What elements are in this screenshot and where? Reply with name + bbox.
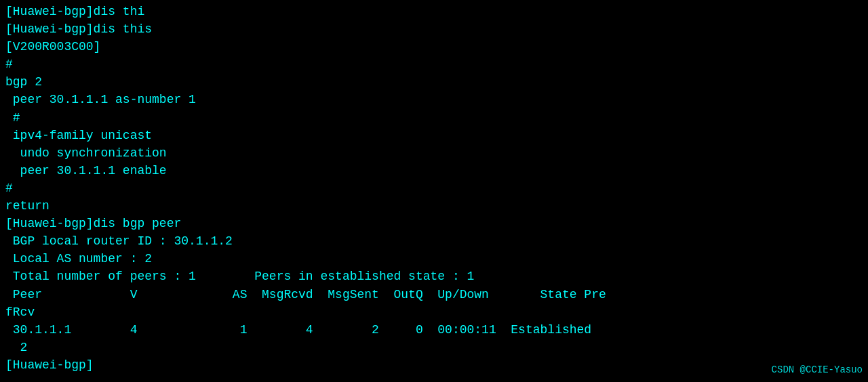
terminal-line: # (5, 56, 863, 73)
terminal-line: bgp 2 (5, 73, 863, 91)
terminal-line: peer 30.1.1.1 as-number 1 (5, 91, 863, 108)
terminal-line: BGP local router ID : 30.1.1.2 (5, 232, 863, 250)
terminal-line: # (5, 179, 863, 197)
terminal-line: return (5, 197, 863, 215)
watermark: CSDN @CCIE-Yasuo (772, 363, 863, 377)
terminal-line: undo synchronization (5, 144, 863, 162)
terminal-line: 2 (5, 339, 863, 356)
terminal-line: [Huawei-bgp]dis bgp peer (5, 215, 863, 232)
terminal-line: [Huawei-bgp]dis this (5, 20, 863, 38)
terminal-line: Local AS number : 2 (5, 250, 863, 268)
terminal-line: [Huawei-bgp] (5, 356, 863, 374)
terminal-line: peer 30.1.1.1 enable (5, 162, 863, 179)
terminal-line: [Huawei-bgp]dis thi (5, 3, 863, 20)
terminal-line: fRcv (5, 303, 863, 321)
terminal-line: ipv4-family unicast (5, 127, 863, 144)
terminal: [Huawei-bgp]dis thi[Huawei-bgp]dis this[… (0, 0, 868, 382)
terminal-line: [V200R003C00] (5, 38, 863, 56)
terminal-line: Total number of peers : 1 Peers in estab… (5, 268, 863, 285)
terminal-line: Peer V AS MsgRcvd MsgSent OutQ Up/Down S… (5, 286, 863, 303)
terminal-line: 30.1.1.1 4 1 4 2 0 00:00:11 Established (5, 321, 863, 339)
terminal-line: # (5, 109, 863, 127)
